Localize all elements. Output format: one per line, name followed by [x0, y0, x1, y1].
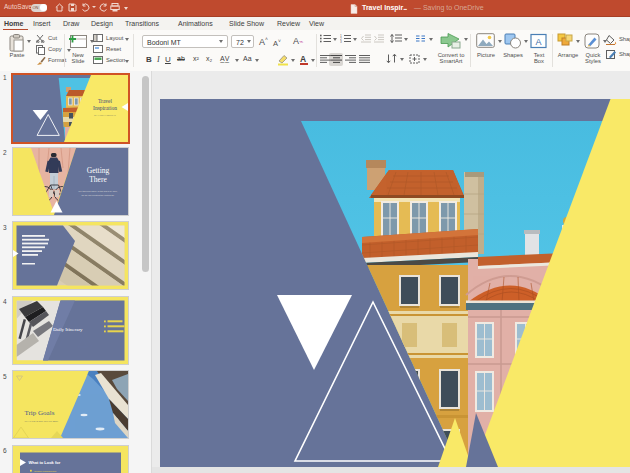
svg-text:3: 3	[340, 40, 342, 43]
svg-text:What to Look for: What to Look for	[29, 460, 61, 465]
svg-text:There: There	[89, 174, 107, 183]
svg-text:Cuisine background: Cuisine background	[34, 470, 57, 473]
svg-text:Trip Goals: Trip Goals	[25, 409, 55, 417]
svg-text:Getting: Getting	[87, 165, 110, 174]
svg-text:so we will created the routes: so we will created the routes do.	[82, 193, 115, 195]
svg-text:A: A	[535, 37, 541, 47]
svg-text:Travel: Travel	[98, 98, 113, 104]
svg-text:WHAT WE'VE SET OUT TO SEEK: WHAT WE'VE SET OUT TO SEEK	[25, 420, 59, 422]
svg-text:Daily Itinerary: Daily Itinerary	[53, 326, 83, 331]
svg-text:Inspiration: Inspiration	[93, 104, 117, 110]
svg-text:BY HANNAH NEWMAN: BY HANNAH NEWMAN	[94, 114, 116, 116]
